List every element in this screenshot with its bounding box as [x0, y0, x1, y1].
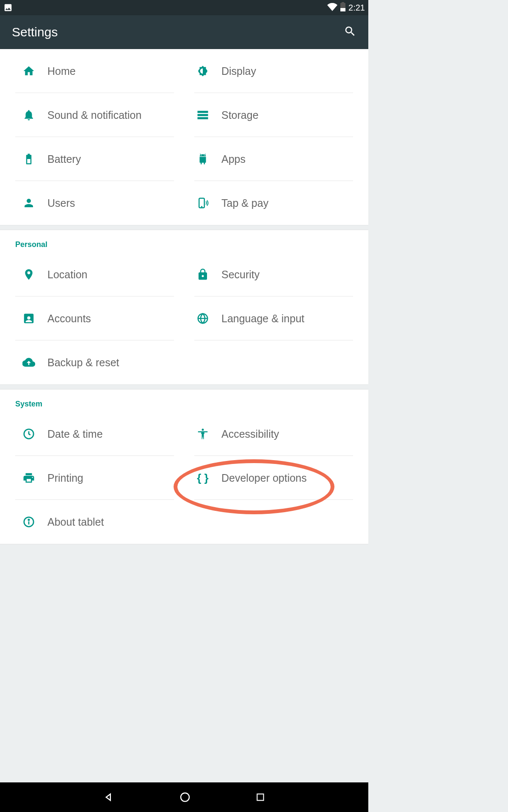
nfc-icon — [189, 197, 216, 209]
screenshot-notification-icon — [3, 3, 13, 12]
bell-icon — [15, 109, 42, 121]
svg-rect-2 — [340, 8, 345, 11]
person-icon — [15, 197, 42, 209]
cloud-upload-icon — [15, 356, 42, 369]
item-label: Security — [216, 269, 260, 281]
item-tap-pay[interactable]: Tap & pay — [184, 181, 358, 225]
battery-icon — [340, 2, 346, 14]
item-backup[interactable]: Backup & reset — [10, 340, 184, 384]
item-label: Printing — [42, 472, 83, 484]
section-header-personal: Personal — [0, 230, 368, 252]
location-icon — [15, 268, 42, 281]
item-users[interactable]: Users — [10, 181, 184, 225]
item-about[interactable]: About tablet — [10, 500, 184, 544]
item-label: Accessibility — [216, 428, 279, 440]
svg-point-4 — [202, 206, 202, 207]
page-title: Settings — [12, 25, 58, 39]
battery-settings-icon — [15, 153, 42, 165]
item-printing[interactable]: Printing — [10, 456, 184, 500]
brightness-icon — [189, 65, 216, 77]
item-label: About tablet — [42, 516, 104, 528]
item-label: Date & time — [42, 428, 103, 440]
item-label: Developer options — [216, 472, 307, 484]
item-language[interactable]: Language & input — [184, 296, 358, 340]
item-apps[interactable]: Apps — [184, 137, 358, 181]
item-label: Tap & pay — [216, 197, 268, 209]
item-display[interactable]: Display — [184, 49, 358, 93]
item-label: Language & input — [216, 313, 304, 325]
item-label: Home — [42, 65, 76, 77]
storage-icon — [189, 109, 216, 121]
lock-icon — [189, 268, 216, 281]
item-label: Users — [42, 197, 75, 209]
status-bar: 2:21 — [0, 0, 368, 15]
item-accessibility[interactable]: Accessibility — [184, 412, 358, 456]
section-device: Home Display Sound & notification Storag… — [0, 49, 368, 225]
app-bar: Settings — [0, 15, 368, 49]
android-icon — [189, 153, 216, 165]
item-sound[interactable]: Sound & notification — [10, 93, 184, 137]
svg-point-10 — [28, 519, 30, 521]
globe-icon — [189, 312, 216, 325]
wifi-icon — [327, 2, 337, 14]
item-label: Sound & notification — [42, 109, 141, 121]
account-box-icon — [15, 312, 42, 325]
item-date-time[interactable]: Date & time — [10, 412, 184, 456]
section-header-system: System — [0, 390, 368, 412]
item-accounts[interactable]: Accounts — [10, 296, 184, 340]
status-time: 2:21 — [348, 3, 365, 13]
search-icon[interactable] — [344, 25, 356, 39]
item-label: Backup & reset — [42, 357, 119, 369]
svg-point-7 — [202, 429, 204, 431]
item-label: Location — [42, 269, 88, 281]
item-battery[interactable]: Battery — [10, 137, 184, 181]
item-label: Battery — [42, 153, 81, 165]
item-label: Storage — [216, 109, 259, 121]
item-home[interactable]: Home — [10, 49, 184, 93]
info-icon — [15, 516, 42, 528]
item-security[interactable]: Security — [184, 252, 358, 296]
home-icon — [15, 65, 42, 77]
item-label: Apps — [216, 153, 246, 165]
item-location[interactable]: Location — [10, 252, 184, 296]
braces-icon: { } — [189, 472, 216, 485]
clock-icon — [15, 428, 42, 440]
item-label: Accounts — [42, 313, 91, 325]
svg-rect-1 — [342, 2, 344, 3]
accessibility-icon — [189, 428, 216, 440]
item-label: Display — [216, 65, 256, 77]
section-system: System Date & time Accessibility Printin… — [0, 390, 368, 544]
item-storage[interactable]: Storage — [184, 93, 358, 137]
section-personal: Personal Location Security Accounts Lang… — [0, 230, 368, 384]
item-developer-options[interactable]: { } Developer options — [184, 456, 358, 500]
print-icon — [15, 472, 42, 484]
